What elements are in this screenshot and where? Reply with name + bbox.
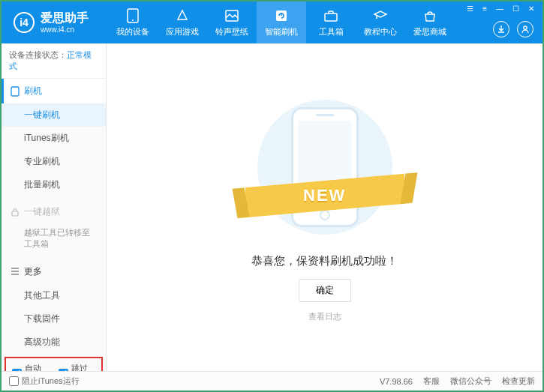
nav-tab-tutorial[interactable]: 教程中心 bbox=[356, 1, 405, 43]
nav-label: 教程中心 bbox=[364, 26, 397, 37]
sidebar-header-jailbreak: 一键越狱 bbox=[2, 199, 106, 224]
nav-label: 智能刷机 bbox=[265, 26, 298, 37]
store-icon bbox=[422, 8, 437, 23]
app-window: i4 爱思助手 www.i4.cn 我的设备 应用游戏 铃声壁纸 智能刷机 bbox=[0, 0, 544, 392]
sidebar-item-download-firmware[interactable]: 下载固件 bbox=[2, 307, 106, 331]
nav-tab-flash[interactable]: 智能刷机 bbox=[257, 1, 306, 43]
lock-icon bbox=[11, 208, 20, 217]
svg-rect-4 bbox=[325, 13, 337, 21]
sidebar-item-advanced[interactable]: 高级功能 bbox=[2, 331, 106, 354]
flash-icon bbox=[274, 8, 289, 23]
jailbreak-note: 越狱工具已转移至 工具箱 bbox=[2, 224, 106, 256]
body-area: 设备连接状态：正常模式 刷机 一键刷机 iTunes刷机 专业刷机 批量刷机 一… bbox=[2, 43, 542, 371]
app-icon bbox=[175, 8, 190, 23]
list-icon bbox=[11, 268, 20, 275]
nav-tab-device[interactable]: 我的设备 bbox=[108, 1, 158, 43]
app-url: www.i4.cn bbox=[41, 25, 89, 34]
sidebar-item-pro-flash[interactable]: 专业刷机 bbox=[2, 150, 106, 173]
phone-icon bbox=[125, 8, 140, 23]
window-controls: ☰ ≡ — ☐ ✕ bbox=[464, 4, 536, 13]
app-name: 爱思助手 bbox=[41, 10, 89, 25]
connection-status: 设备连接状态：正常模式 bbox=[2, 43, 106, 79]
nav-label: 爱思商城 bbox=[413, 26, 446, 37]
svg-rect-6 bbox=[11, 87, 19, 96]
statusbar: 阻止iTunes运行 V7.98.66 客服 微信公众号 检查更新 bbox=[2, 371, 542, 391]
block-itunes-checkbox[interactable]: 阻止iTunes运行 bbox=[9, 376, 80, 387]
wallpaper-icon bbox=[224, 8, 239, 23]
nav-tab-apps[interactable]: 应用游戏 bbox=[158, 1, 207, 43]
view-log-link[interactable]: 查看日志 bbox=[308, 311, 341, 322]
nav-label: 应用游戏 bbox=[166, 26, 199, 37]
version-label: V7.98.66 bbox=[380, 377, 413, 386]
maximize-icon[interactable]: ☐ bbox=[510, 4, 521, 13]
sidebar-item-batch-flash[interactable]: 批量刷机 bbox=[2, 173, 106, 196]
nav-label: 铃声壁纸 bbox=[215, 26, 248, 37]
logo-area: i4 爱思助手 www.i4.cn bbox=[2, 10, 101, 34]
nav-label: 我的设备 bbox=[116, 26, 149, 37]
titlebar-right-icons bbox=[493, 21, 533, 37]
wechat-link[interactable]: 微信公众号 bbox=[450, 376, 491, 387]
phone-small-icon bbox=[11, 86, 20, 97]
sidebar-item-other-tools[interactable]: 其他工具 bbox=[2, 284, 106, 307]
user-icon[interactable] bbox=[517, 21, 533, 37]
nav-label: 工具箱 bbox=[319, 26, 344, 37]
logo-icon: i4 bbox=[14, 12, 35, 33]
svg-rect-7 bbox=[12, 211, 18, 216]
sidebar-item-itunes-flash[interactable]: iTunes刷机 bbox=[2, 127, 106, 150]
toolbox-icon bbox=[323, 8, 338, 23]
check-update-link[interactable]: 检查更新 bbox=[502, 376, 535, 387]
pin-icon[interactable]: ≡ bbox=[480, 4, 489, 13]
sidebar-header-more[interactable]: 更多 bbox=[2, 259, 106, 284]
tutorial-icon bbox=[373, 8, 388, 23]
nav-tab-store[interactable]: 爱思商城 bbox=[405, 1, 455, 43]
menu-icon[interactable]: ☰ bbox=[464, 4, 476, 13]
minimize-icon[interactable]: — bbox=[494, 4, 506, 13]
sidebar-header-flash[interactable]: 刷机 bbox=[2, 79, 106, 103]
titlebar: i4 爱思助手 www.i4.cn 我的设备 应用游戏 铃声壁纸 智能刷机 bbox=[2, 1, 542, 43]
svg-point-1 bbox=[132, 19, 134, 21]
close-icon[interactable]: ✕ bbox=[526, 4, 536, 13]
svg-point-5 bbox=[524, 26, 527, 29]
nav-tab-ringtone[interactable]: 铃声壁纸 bbox=[207, 1, 257, 43]
sidebar: 设备连接状态：正常模式 刷机 一键刷机 iTunes刷机 专业刷机 批量刷机 一… bbox=[2, 43, 107, 371]
nav-tab-toolbox[interactable]: 工具箱 bbox=[306, 1, 356, 43]
nav-tabs: 我的设备 应用游戏 铃声壁纸 智能刷机 工具箱 教程中心 bbox=[108, 1, 455, 43]
ok-button[interactable]: 确定 bbox=[299, 279, 351, 302]
success-illustration: NEW bbox=[250, 92, 400, 242]
sidebar-item-oneclick-flash[interactable]: 一键刷机 bbox=[2, 103, 106, 127]
download-icon[interactable] bbox=[493, 21, 509, 37]
main-content: NEW 恭喜您，保资料刷机成功啦！ 确定 查看日志 bbox=[107, 43, 542, 371]
success-message: 恭喜您，保资料刷机成功啦！ bbox=[251, 254, 398, 268]
service-link[interactable]: 客服 bbox=[423, 376, 440, 387]
